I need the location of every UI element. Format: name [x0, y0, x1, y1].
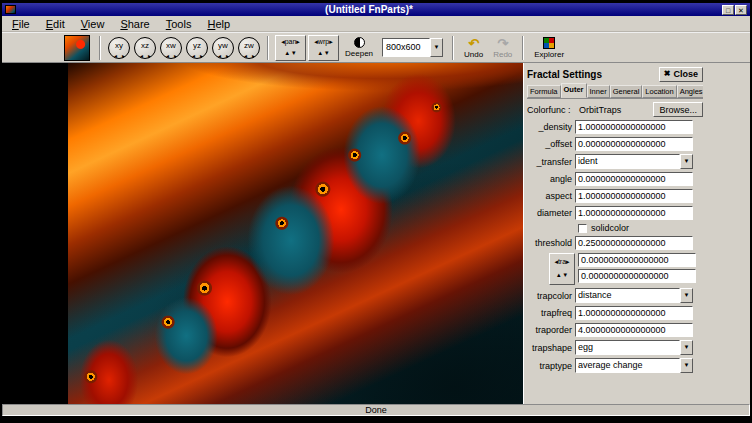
- rotate-circle-icon: xy ◂▸: [108, 37, 130, 59]
- trapcolor-select[interactable]: distance ▼: [575, 288, 693, 303]
- window-title: (Untitled FnParts)*: [16, 4, 722, 16]
- app-window: (Untitled FnParts)* □ ✕ File Edit View S…: [1, 2, 751, 417]
- explorer-button[interactable]: Explorer: [529, 33, 569, 62]
- chevron-down-icon[interactable]: ▼: [430, 38, 443, 57]
- settings-close-button[interactable]: ✖ Close: [659, 67, 703, 82]
- rotate-circle-icon: zw ◂▸: [238, 37, 260, 59]
- rotate-yz-button[interactable]: yz ◂▸: [184, 34, 210, 61]
- trapcenter-right-icon[interactable]: ▸: [566, 258, 570, 265]
- warp-down-icon[interactable]: ▾: [325, 49, 332, 56]
- window-close-button[interactable]: ✕: [735, 5, 747, 15]
- menu-share[interactable]: Share: [112, 17, 157, 31]
- threshold-label: threshold: [527, 238, 575, 248]
- menu-file[interactable]: File: [4, 17, 38, 31]
- aspect-label: aspect: [527, 191, 575, 201]
- tab-formula[interactable]: Formula: [527, 85, 561, 98]
- traporder-field[interactable]: 4.0000000000000000: [575, 323, 693, 337]
- trapshape-label: trapshape: [527, 343, 575, 353]
- rotate-yw-button[interactable]: yw ◂▸: [210, 34, 236, 61]
- resolution-select[interactable]: 800x600 ▼: [382, 38, 443, 57]
- warp-widget[interactable]: ◂wrp▸ ▴▾: [308, 35, 339, 61]
- tab-inner[interactable]: Inner: [587, 85, 610, 98]
- rotate-xz-button[interactable]: xz ◂▸: [132, 34, 158, 61]
- tab-angles[interactable]: Angles: [677, 85, 703, 98]
- traptype-label: traptype: [527, 361, 575, 371]
- status-text: Done: [365, 405, 387, 415]
- redo-icon: ↷: [497, 37, 508, 50]
- fractal-image[interactable]: [68, 63, 523, 404]
- menu-tools[interactable]: Tools: [158, 17, 200, 31]
- resolution-value[interactable]: 800x600: [382, 38, 430, 57]
- angle-label: angle: [527, 174, 575, 184]
- pan-widget[interactable]: ◂pan▸ ▴▾: [275, 35, 306, 61]
- offset-label: _offset: [527, 139, 575, 149]
- colorfunc-label: Colorfunc :: [527, 105, 579, 115]
- undo-button[interactable]: ↶ Undo: [459, 33, 488, 62]
- chevron-down-icon[interactable]: ▼: [680, 358, 693, 373]
- density-label: _density: [527, 122, 575, 132]
- toolbar-separator: [267, 36, 269, 60]
- fractal-canvas[interactable]: [2, 63, 523, 404]
- chevron-down-icon[interactable]: ▼: [680, 288, 693, 303]
- diameter-field[interactable]: 1.0000000000000000: [575, 206, 693, 220]
- toolbar: xy ◂▸ xz ◂▸ xw ◂▸ yz ◂▸ yw ◂▸: [2, 32, 750, 63]
- warp-right-icon[interactable]: ▸: [329, 38, 333, 45]
- pan-right-icon[interactable]: ▸: [296, 38, 300, 45]
- browse-button[interactable]: Browse...: [653, 102, 703, 117]
- diameter-label: diameter: [527, 208, 575, 218]
- rotate-xw-button[interactable]: xw ◂▸: [158, 34, 184, 61]
- deepen-button[interactable]: Deepen: [340, 33, 378, 62]
- trapfreq-label: trapfreq: [527, 308, 575, 318]
- rotate-circle-icon: yz ◂▸: [186, 37, 208, 59]
- trapcenter-y-field[interactable]: 0.0000000000000000: [578, 269, 696, 283]
- statusbar: Done: [2, 404, 750, 416]
- menu-edit[interactable]: Edit: [38, 17, 73, 31]
- fractal-settings-panel: Fractal Settings ✖ Close Formula Outer I…: [523, 63, 750, 404]
- rotate-circle-icon: xw ◂▸: [160, 37, 182, 59]
- solidcolor-label: solidcolor: [591, 223, 629, 233]
- tab-location[interactable]: Location: [642, 85, 676, 98]
- toolbar-separator: [99, 36, 101, 60]
- toolbar-separator: [522, 36, 524, 60]
- rotate-xy-button[interactable]: xy ◂▸: [106, 34, 132, 61]
- transfer-label: _transfer: [527, 157, 575, 167]
- titlebar[interactable]: (Untitled FnParts)* □ ✕: [2, 3, 750, 16]
- angle-field[interactable]: 0.0000000000000000: [575, 172, 693, 186]
- chevron-down-icon[interactable]: ▼: [680, 154, 693, 169]
- trapcenter-down-icon[interactable]: ▾: [564, 271, 571, 278]
- chevron-down-icon[interactable]: ▼: [680, 340, 693, 355]
- settings-title: Fractal Settings: [527, 69, 659, 80]
- rotate-circle-icon: xz ◂▸: [134, 37, 156, 59]
- trapfreq-field[interactable]: 1.0000000000000000: [575, 306, 693, 320]
- menu-view[interactable]: View: [73, 17, 113, 31]
- aspect-field[interactable]: 1.0000000000000000: [575, 189, 693, 203]
- undo-icon: ↶: [468, 37, 479, 50]
- redo-button[interactable]: ↷ Redo: [488, 33, 517, 62]
- close-icon: ✖: [664, 70, 671, 78]
- explorer-icon: [543, 37, 555, 49]
- deepen-icon: [354, 37, 365, 48]
- tab-general[interactable]: General: [610, 85, 643, 98]
- trapcolor-label: trapcolor: [527, 291, 575, 301]
- window-maximize-button[interactable]: □: [722, 5, 734, 15]
- solidcolor-checkbox[interactable]: [578, 224, 587, 233]
- pan-down-icon[interactable]: ▾: [292, 49, 299, 56]
- rotate-circle-icon: yw ◂▸: [212, 37, 234, 59]
- trapshape-select[interactable]: egg ▼: [575, 340, 693, 355]
- colorfunc-value: OrbitTraps: [579, 105, 653, 115]
- threshold-field[interactable]: 0.2500000000000000: [575, 236, 693, 250]
- offset-field[interactable]: 0.0000000000000000: [575, 137, 693, 151]
- settings-tabs: Formula Outer Inner General Location Ang…: [527, 83, 703, 99]
- trapcenter-x-field[interactable]: 0.0000000000000000: [578, 253, 696, 267]
- tab-outer[interactable]: Outer: [561, 83, 587, 98]
- window-icon[interactable]: [5, 5, 16, 14]
- menu-help[interactable]: Help: [199, 17, 238, 31]
- trapcenter-fourway-widget[interactable]: ◂tra▸ ▴▾: [549, 253, 575, 285]
- traporder-label: traporder: [527, 325, 575, 335]
- toolbar-separator: [452, 36, 454, 60]
- fractal-preview-icon[interactable]: [64, 35, 90, 61]
- transfer-select[interactable]: ident ▼: [575, 154, 693, 169]
- density-field[interactable]: 1.0000000000000000: [575, 120, 693, 134]
- traptype-select[interactable]: average change ▼: [575, 358, 693, 373]
- rotate-zw-button[interactable]: zw ◂▸: [236, 34, 262, 61]
